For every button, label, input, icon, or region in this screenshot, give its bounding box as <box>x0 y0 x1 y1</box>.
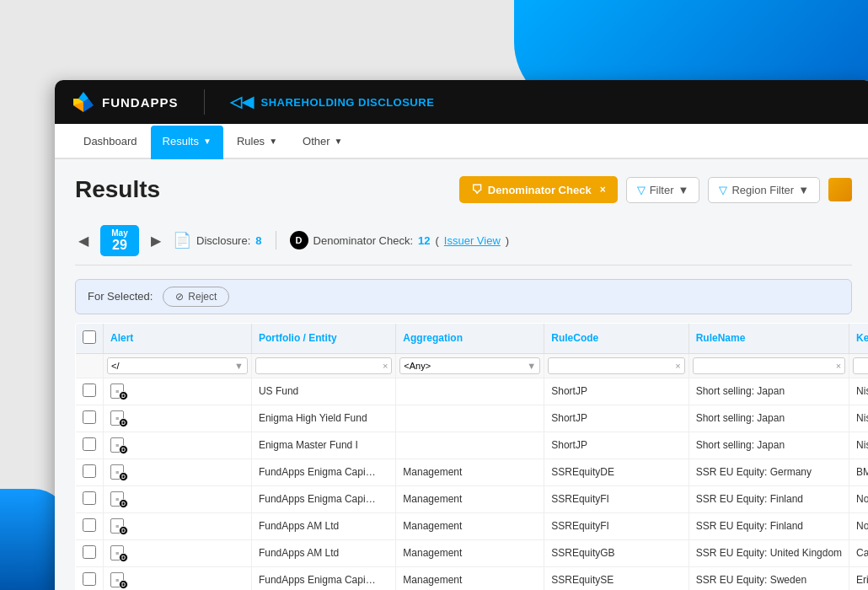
alert-filter-input[interactable] <box>108 358 231 373</box>
denominator-count: 12 <box>418 234 430 247</box>
disclosure-doc-icon: 📄 <box>173 231 191 249</box>
issuer-view-link[interactable]: Issuer View <box>444 234 501 247</box>
row-checkbox[interactable] <box>83 545 96 559</box>
row-key: Nokia <box>849 512 868 539</box>
rulename-filter-clear-btn[interactable]: × <box>833 361 844 371</box>
row-aggregation: Management <box>396 512 544 539</box>
row-key: Nissan Motor Co Ltd <box>849 432 868 459</box>
row-portfolio: FundApps AM Ltd <box>251 512 395 539</box>
select-all-checkbox[interactable] <box>83 330 96 344</box>
row-portfolio: FundApps AM Ltd <box>251 539 395 566</box>
reject-button[interactable]: ⊘ Reject <box>163 287 229 307</box>
col-header-alert: Alert <box>104 323 252 353</box>
row-checkbox[interactable] <box>83 518 96 532</box>
col-header-key: Key <box>849 323 868 353</box>
row-checkbox-cell <box>76 566 104 590</box>
row-rulecode: SSREquitySE <box>544 566 689 590</box>
row-rulecode: SSREquityFI <box>544 512 689 539</box>
nav-arrow-other: ▼ <box>335 137 343 146</box>
row-rulename: SSR EU Equity: Sweden <box>689 566 849 590</box>
rulecode-filter-input[interactable] <box>549 358 672 373</box>
denominator-label: Denominator Check: <box>313 234 414 247</box>
disclosure-section: 📄 Disclosure: 8 <box>173 231 276 249</box>
reject-label: Reject <box>188 291 217 303</box>
row-checkbox-cell <box>76 432 104 459</box>
row-aggregation <box>396 378 544 405</box>
key-filter-input[interactable] <box>854 358 868 373</box>
table-row: ≡ D Enigma Master Fund I ShortJP Short s… <box>76 432 869 459</box>
nav-item-rules[interactable]: Rules ▼ <box>225 126 289 159</box>
row-checkbox[interactable] <box>83 464 96 478</box>
row-checkbox-cell <box>76 378 104 405</box>
rulename-filter-input[interactable] <box>694 358 833 373</box>
row-checkbox[interactable] <box>83 410 96 424</box>
row-rulecode: ShortJP <box>544 378 689 405</box>
row-key: Ericsson <box>849 566 868 590</box>
denominator-check-filter-btn[interactable]: ⛉ Denominator Check × <box>459 176 618 203</box>
row-alert: ≡ D <box>104 432 252 459</box>
row-aggregation: Management <box>396 485 544 512</box>
filter-cell-rulename: × <box>689 353 849 378</box>
reject-icon: ⊘ <box>175 291 184 303</box>
row-rulename: SSR EU Equity: Germany <box>689 459 849 485</box>
nav-label-results: Results <box>163 135 199 148</box>
row-rulecode: ShortJP <box>544 432 689 459</box>
row-key: Carillion Plc <box>849 539 868 566</box>
nav-item-results[interactable]: Results ▼ <box>151 126 223 159</box>
extra-icon-btn[interactable] <box>828 178 852 201</box>
denominator-section: D Denominator Check: 12 ( Issuer View ) <box>290 231 510 249</box>
alert-filter-input-wrapper: ▼ <box>107 357 248 374</box>
logo-area: FUNDAPPS <box>72 90 179 114</box>
for-selected-bar: For Selected: ⊘ Reject <box>75 279 852 314</box>
top-bar: FUNDAPPS ◁◀ SHAREHOLDING DISCLOSURE <box>55 80 868 124</box>
row-checkbox[interactable] <box>83 491 96 505</box>
prev-date-btn[interactable]: ◀ <box>75 229 92 252</box>
filter-dropdown-btn[interactable]: ▽ Filter ▼ <box>626 177 700 203</box>
next-date-btn[interactable]: ▶ <box>147 229 164 252</box>
col-header-aggregation: Aggregation <box>396 323 544 353</box>
row-portfolio: FundApps Enigma Capi… <box>251 459 395 485</box>
row-portfolio: FundApps Enigma Capi… <box>251 566 395 590</box>
filter-funnel-icon: ▽ <box>637 184 646 196</box>
rulecode-filter-clear-btn[interactable]: × <box>672 361 683 371</box>
row-alert: ≡ D <box>104 485 252 512</box>
row-checkbox[interactable] <box>83 572 96 586</box>
row-checkbox-cell <box>76 485 104 512</box>
table-row: ≡ D FundApps Enigma Capi… Management SSR… <box>76 459 869 485</box>
row-rulename: Short selling: Japan <box>689 405 849 432</box>
row-portfolio: FundApps Enigma Capi… <box>251 485 395 512</box>
filter-cell-portfolio: × <box>251 353 395 378</box>
nav-item-dashboard[interactable]: Dashboard <box>72 126 149 159</box>
row-key: Nokia <box>849 485 868 512</box>
row-key: BMW <box>849 459 868 485</box>
alert-filter-clear-btn[interactable]: ▼ <box>231 361 247 371</box>
shareholding-disclosure-link[interactable]: ◁◀ SHAREHOLDING DISCLOSURE <box>230 93 435 111</box>
aggregation-dropdown-btn[interactable]: ▼ <box>523 361 539 371</box>
aggregation-filter-input[interactable] <box>400 358 523 373</box>
portfolio-filter-clear-btn[interactable]: × <box>379 361 391 371</box>
main-content: Results ⛉ Denominator Check × ▽ Filter ▼… <box>55 159 868 590</box>
for-selected-label: For Selected: <box>88 290 153 303</box>
nav-item-other[interactable]: Other ▼ <box>291 126 354 159</box>
nav-arrow-results: ▼ <box>203 137 212 146</box>
region-filter-label: Region Filter <box>731 184 794 196</box>
results-header: Results ⛉ Denominator Check × ▽ Filter ▼… <box>75 176 852 203</box>
date-nav: ◀ May 29 ▶ 📄 Disclosure: 8 D Denominator… <box>75 217 852 266</box>
paren-close: ) <box>506 234 509 247</box>
row-checkbox[interactable] <box>83 437 96 451</box>
table-row: ≡ D FundApps AM Ltd Management SSREquity… <box>76 539 869 566</box>
app-name: FUNDAPPS <box>102 95 179 110</box>
portfolio-filter-input-wrapper: × <box>255 357 392 374</box>
row-rulename: Short selling: Japan <box>689 378 849 405</box>
row-rulecode: SSREquityFI <box>544 485 689 512</box>
row-aggregation <box>396 405 544 432</box>
row-alert: ≡ D <box>104 512 252 539</box>
region-filter-btn[interactable]: ▽ Region Filter ▼ <box>708 177 820 203</box>
row-checkbox[interactable] <box>83 384 96 397</box>
row-rulecode: SSREquityDE <box>544 459 689 485</box>
remove-filter-btn[interactable]: × <box>600 184 606 196</box>
row-alert: ≡ D <box>104 539 252 566</box>
portfolio-filter-input[interactable] <box>256 358 379 373</box>
page-title: Results <box>75 176 160 203</box>
row-rulename: Short selling: Japan <box>689 432 849 459</box>
